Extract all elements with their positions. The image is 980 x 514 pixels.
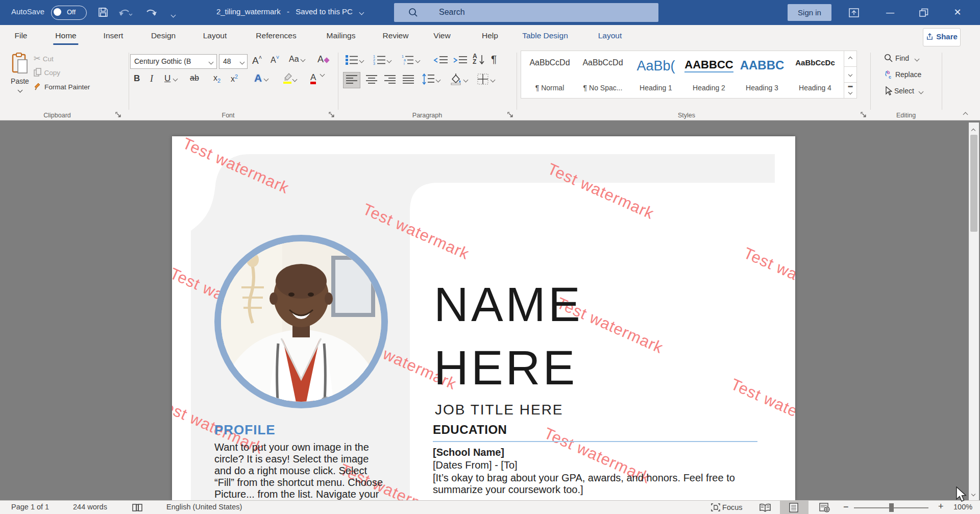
- page-count[interactable]: Page 1 of 1: [11, 503, 49, 511]
- zoom-out-button[interactable]: −: [843, 502, 849, 512]
- zoom-slider-handle[interactable]: [889, 503, 894, 512]
- education-dates[interactable]: [Dates From] - [To]: [433, 459, 518, 471]
- word-count[interactable]: 244 words: [73, 503, 107, 511]
- italic-button[interactable]: I: [150, 74, 153, 84]
- tab-file[interactable]: File: [15, 31, 28, 40]
- scrollbar-thumb[interactable]: [970, 135, 977, 232]
- search-input[interactable]: Search: [394, 3, 658, 22]
- education-school[interactable]: [School Name]: [433, 447, 504, 458]
- restore-button[interactable]: [919, 8, 929, 18]
- minimize-button[interactable]: —: [879, 0, 901, 25]
- style-heading-4[interactable]: AaBbCcDcHeading 4: [791, 53, 840, 95]
- profile-heading[interactable]: PROFILE: [214, 422, 276, 438]
- save-icon[interactable]: [97, 6, 109, 18]
- highlight-color-button[interactable]: [282, 72, 297, 86]
- pilcrow-button[interactable]: ¶: [491, 53, 497, 65]
- clipboard-dialog-launcher[interactable]: [115, 112, 122, 118]
- shrink-font-button[interactable]: A˅: [271, 54, 279, 65]
- styles-more-button[interactable]: ▬: [844, 82, 857, 99]
- shading-button[interactable]: [449, 73, 468, 87]
- subscript-button[interactable]: x2: [213, 74, 220, 84]
- document-page[interactable]: Test watermarkTest watermarkTest waterma…: [172, 136, 795, 500]
- vertical-scrollbar[interactable]: [969, 123, 979, 500]
- profile-photo[interactable]: [214, 235, 388, 408]
- font-color-button[interactable]: A: [310, 72, 324, 84]
- autosave-toggle[interactable]: Off: [51, 6, 87, 20]
- sort-button[interactable]: AZ: [473, 54, 477, 65]
- paragraph-dialog-launcher[interactable]: [507, 112, 514, 118]
- style-normal[interactable]: AaBbCcDd¶ Normal: [525, 53, 574, 95]
- read-mode-button[interactable]: [759, 503, 771, 512]
- tab-layout[interactable]: Layout: [598, 31, 622, 40]
- resume-name[interactable]: NAME HERE: [434, 273, 583, 400]
- text-effects-button[interactable]: A: [254, 72, 268, 84]
- tab-mailings[interactable]: Mailings: [327, 31, 356, 40]
- style-heading-2[interactable]: AABBCCHeading 2: [684, 53, 733, 95]
- styles-scroll-down[interactable]: [844, 66, 857, 83]
- increase-indent-icon[interactable]: [452, 55, 468, 65]
- collapse-ribbon-button[interactable]: [964, 110, 967, 119]
- tab-insert[interactable]: Insert: [104, 31, 124, 40]
- profile-paragraph[interactable]: Want to put your own image in thecircle?…: [214, 442, 383, 500]
- strikethrough-button[interactable]: ab: [190, 74, 199, 83]
- underline-button[interactable]: U: [164, 74, 177, 84]
- share-button[interactable]: Share: [923, 28, 961, 46]
- ribbon-display-options-icon[interactable]: [848, 7, 860, 18]
- tab-help[interactable]: Help: [482, 31, 498, 40]
- zoom-in-button[interactable]: +: [938, 501, 944, 512]
- tab-home[interactable]: Home: [55, 31, 76, 40]
- cut-button[interactable]: ✂ Cut: [34, 54, 54, 63]
- format-painter-button[interactable]: Format Painter: [34, 82, 90, 91]
- print-layout-button-selected[interactable]: [780, 501, 808, 514]
- numbering-button[interactable]: 1 2 3: [373, 54, 391, 67]
- proofing-icon[interactable]: [132, 503, 143, 512]
- select-button[interactable]: Select: [884, 86, 923, 95]
- align-left-button-selected[interactable]: [343, 72, 360, 88]
- find-button[interactable]: Find: [884, 54, 919, 63]
- language-status[interactable]: English (United States): [166, 503, 242, 511]
- line-spacing-button[interactable]: [422, 73, 440, 87]
- tab-table-design[interactable]: Table Design: [522, 31, 568, 40]
- align-center-icon[interactable]: [365, 75, 378, 85]
- style-no-spac[interactable]: AaBbCcDd¶ No Spac...: [578, 53, 627, 95]
- education-description[interactable]: [It’s okay to brag about your GPA, award…: [433, 472, 735, 496]
- close-button[interactable]: ✕: [946, 0, 969, 25]
- grow-font-button[interactable]: A˄: [252, 54, 262, 66]
- scroll-up-arrow[interactable]: [972, 126, 975, 135]
- change-case-button[interactable]: Aa: [289, 55, 305, 64]
- focus-button[interactable]: Focus: [711, 503, 743, 511]
- style-heading-1[interactable]: AaBb(Heading 1: [631, 53, 680, 95]
- font-size-combo[interactable]: 48: [219, 54, 248, 69]
- replace-button[interactable]: b c Replace: [884, 70, 921, 79]
- style-heading-3[interactable]: AABBCHeading 3: [738, 53, 787, 95]
- tab-design[interactable]: Design: [151, 31, 176, 40]
- justify-icon[interactable]: [402, 75, 414, 85]
- paste-button[interactable]: Paste: [7, 53, 33, 102]
- clear-formatting-button[interactable]: A: [317, 54, 329, 65]
- quick-access-customize-icon[interactable]: [172, 10, 175, 18]
- borders-button[interactable]: [477, 73, 495, 87]
- tab-view[interactable]: View: [433, 31, 450, 40]
- undo-icon[interactable]: [118, 7, 133, 18]
- copy-button[interactable]: Copy: [34, 68, 60, 77]
- resume-job-title[interactable]: JOB TITLE HERE: [435, 402, 564, 418]
- superscript-button[interactable]: x2: [231, 74, 238, 84]
- styles-scroll-up[interactable]: [844, 51, 857, 67]
- tab-review[interactable]: Review: [383, 31, 409, 40]
- redo-icon[interactable]: [144, 7, 158, 18]
- align-right-icon[interactable]: [384, 75, 396, 85]
- web-layout-button[interactable]: [819, 503, 830, 512]
- bullets-button[interactable]: [345, 54, 363, 67]
- bold-button[interactable]: B: [134, 74, 140, 84]
- font-family-combo[interactable]: Century Gothic (B: [130, 54, 217, 69]
- styles-dialog-launcher[interactable]: [861, 112, 867, 118]
- zoom-level[interactable]: 100%: [953, 503, 972, 511]
- tab-layout[interactable]: Layout: [203, 31, 227, 40]
- document-title[interactable]: 2_tiling_watermark - Saved to this PC: [216, 7, 363, 16]
- scroll-down-arrow[interactable]: [972, 489, 975, 498]
- multilevel-list-button[interactable]: 1 a i: [401, 54, 420, 67]
- sign-in-button[interactable]: Sign in: [788, 4, 831, 21]
- font-dialog-launcher[interactable]: [329, 112, 335, 118]
- decrease-indent-icon[interactable]: [433, 55, 448, 65]
- tab-references[interactable]: References: [256, 31, 296, 40]
